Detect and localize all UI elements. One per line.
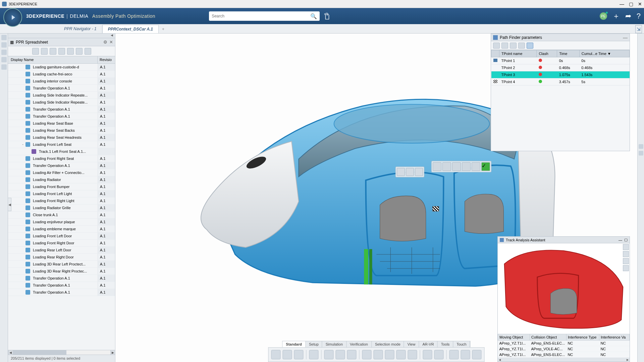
pf-col-time[interactable]: Time xyxy=(557,50,580,57)
panel-close-icon[interactable]: ✕ xyxy=(109,40,113,45)
table-row[interactable]: Loading Air Filter + Connectio...A.1 xyxy=(8,169,115,176)
action-tab[interactable]: Verification xyxy=(346,341,372,347)
action-tab[interactable]: AR-VR xyxy=(419,341,437,347)
ppr-tool-6[interactable] xyxy=(76,48,83,55)
add-tab-button[interactable]: + xyxy=(159,25,168,33)
action-tab[interactable]: Tools xyxy=(438,341,453,347)
ab-tool-7[interactable] xyxy=(396,350,406,359)
ab-undo-icon[interactable] xyxy=(309,350,319,359)
table-row[interactable]: Loading Rear Seat HeadrestsA.1 xyxy=(8,134,115,141)
ab-paste-icon[interactable] xyxy=(294,350,304,359)
action-tab[interactable]: View xyxy=(404,341,419,347)
share-icon[interactable]: ➦ xyxy=(625,12,631,20)
table-row[interactable]: Transfer Operation A.1A.1 xyxy=(8,85,115,92)
gear-icon[interactable]: ⚙ xyxy=(103,40,107,45)
ta-view-tool-4[interactable] xyxy=(623,265,629,271)
table-row[interactable]: Loading 3D Rear Left Proctect...A.1 xyxy=(8,261,115,268)
ctx2-tool-3[interactable] xyxy=(415,168,423,176)
table-row[interactable]: Transfer Operation A.1A.1 xyxy=(8,289,115,296)
ppr-tool-4[interactable] xyxy=(58,48,65,55)
table-row[interactable]: Loading Rear Right DoorA.1 xyxy=(8,254,115,261)
search-input[interactable] xyxy=(212,14,310,18)
3d-viewport[interactable]: ✓ Path Finder parameters — xyxy=(115,34,637,362)
pf-tool-5[interactable] xyxy=(527,43,533,49)
table-row[interactable]: Loading Side Indicator Repeate...A.1 xyxy=(8,99,115,106)
ppr-hscroll[interactable]: ◀▶ xyxy=(8,350,115,355)
ab-tool-6[interactable] xyxy=(385,350,394,359)
ctx-tool-1[interactable] xyxy=(433,162,441,171)
table-row[interactable]: Loading Front Right LightA.1 xyxy=(8,197,115,204)
table-row[interactable]: Transfer Operation A.1A.1 xyxy=(8,106,115,113)
table-row[interactable]: Loading Radiator GrilleA.1 xyxy=(8,204,115,212)
table-row[interactable]: Loading Rear Left DoorA.1 xyxy=(8,247,115,254)
table-row[interactable]: -Loading Front Left SeatA.1 xyxy=(8,141,115,148)
ppr-rows[interactable]: Loading garniture-custode-dA.1Loading ca… xyxy=(8,64,115,350)
ab-tool-11[interactable] xyxy=(449,350,459,359)
panel-collapse-icon[interactable]: ◀ xyxy=(111,34,113,38)
document-tab[interactable]: PPR Navigator - 1 xyxy=(59,25,102,33)
add-icon[interactable]: ＋ xyxy=(612,11,620,21)
pf-col-cum[interactable]: Cumul...e Time ▼ xyxy=(579,50,629,57)
action-tab[interactable]: Simulation xyxy=(322,341,346,347)
search-box[interactable]: 🔍 xyxy=(209,11,320,21)
ab-cut-icon[interactable] xyxy=(271,350,281,359)
rr-icon-2[interactable] xyxy=(639,151,643,156)
ta-view-tool-3[interactable] xyxy=(623,258,629,264)
table-row[interactable]: Track.1 Left Front Seat A.1... xyxy=(8,148,115,155)
table-row[interactable]: Loading enjoliveur plaqueA.1 xyxy=(8,219,115,226)
table-row[interactable]: APrep_YZ.T1I...APrep_ENS-ELEC...NCNC xyxy=(498,352,630,358)
table-row[interactable]: Loading Side Indicator Repeate...A.1 xyxy=(8,92,115,99)
tag-icon[interactable]: 🏷 xyxy=(322,12,331,20)
table-row[interactable]: Loading 3D Rear Right Proctec...A.1 xyxy=(8,268,115,275)
ab-tool-5[interactable] xyxy=(374,350,383,359)
table-row[interactable]: TPoint 10s0s xyxy=(491,57,630,64)
table-row[interactable]: Loading Front Right SeatA.1 xyxy=(8,155,115,162)
table-row[interactable]: Loading RadiatorA.1 xyxy=(8,176,115,183)
rail-icon-2[interactable] xyxy=(1,42,7,48)
ctx-tool-4[interactable] xyxy=(462,162,471,171)
table-row[interactable]: Transfer Operation A.1A.1 xyxy=(8,282,115,289)
table-row[interactable]: Loading Rear Seat BaseA.1 xyxy=(8,120,115,127)
rail-icon-4[interactable] xyxy=(1,57,7,62)
maximize-icon[interactable]: ▢ xyxy=(629,1,633,7)
pf-col-clash[interactable]: Clash xyxy=(537,50,557,57)
ab-tool-3[interactable] xyxy=(347,350,357,359)
ab-tool-4[interactable] xyxy=(362,350,372,359)
pf-tool-1[interactable] xyxy=(493,43,500,49)
ta-view-tool-1[interactable] xyxy=(623,244,629,250)
table-row[interactable]: Loading embleme marqueA.1 xyxy=(8,226,115,233)
ta-view-tool-2[interactable] xyxy=(623,251,629,257)
table-row[interactable]: Transfer Operation A.1A.1 xyxy=(8,162,115,169)
ta-maximize-icon[interactable]: ▢ xyxy=(624,238,628,242)
table-row[interactable]: APrep_YZ.T1I...APrep_VOLE-AC...NCNC xyxy=(498,346,630,352)
rr-icon-1[interactable] xyxy=(639,144,643,149)
compass-button[interactable] xyxy=(3,8,22,27)
ppr-tool-2[interactable] xyxy=(41,48,48,55)
table-row[interactable]: Loading Front Left LightA.1 xyxy=(8,190,115,197)
avatar[interactable]: PE xyxy=(600,12,607,20)
ta-minimize-icon[interactable]: — xyxy=(619,238,622,242)
ab-tool-10[interactable] xyxy=(434,350,444,359)
restore-view-icon[interactable]: ⇲ xyxy=(635,25,642,33)
table-row[interactable]: APrep_YZ.T1I...APrep_ENS-ELEC...NCNC xyxy=(498,341,630,346)
table-row[interactable]: Loading Rear Seat BacksA.1 xyxy=(8,127,115,134)
action-tab[interactable]: Selection mode xyxy=(372,341,404,347)
rail-icon-1[interactable] xyxy=(1,35,7,40)
action-tab[interactable]: Setup xyxy=(306,341,322,347)
document-tab[interactable]: PPRContext_DSCar A.1 xyxy=(102,25,159,33)
rail-icon-3[interactable] xyxy=(1,50,7,55)
col-display-name[interactable]: Display Name xyxy=(8,56,98,63)
ctx-tool-5[interactable] xyxy=(472,162,480,171)
table-row[interactable]: TPoint 31.075s1.543s xyxy=(491,71,630,78)
table-row[interactable]: Loading interior consoleA.1 xyxy=(8,78,115,85)
pf-tool-3[interactable] xyxy=(510,43,517,49)
table-row[interactable]: TPoint 20.468s0.468s xyxy=(491,64,630,71)
table-row[interactable]: Close trunk A.1A.1 xyxy=(8,212,115,219)
table-row[interactable]: Transfer Operation A.1A.1 xyxy=(8,275,115,282)
ppr-tool-1[interactable] xyxy=(32,48,39,55)
table-row[interactable]: TPoint 43.457s5s xyxy=(491,78,630,85)
search-icon[interactable]: 🔍 xyxy=(310,13,317,19)
ppr-tool-7[interactable] xyxy=(85,48,91,55)
table-row[interactable]: Transfer Operation A.1A.1 xyxy=(8,113,115,120)
action-tab[interactable]: Standard xyxy=(282,341,306,347)
